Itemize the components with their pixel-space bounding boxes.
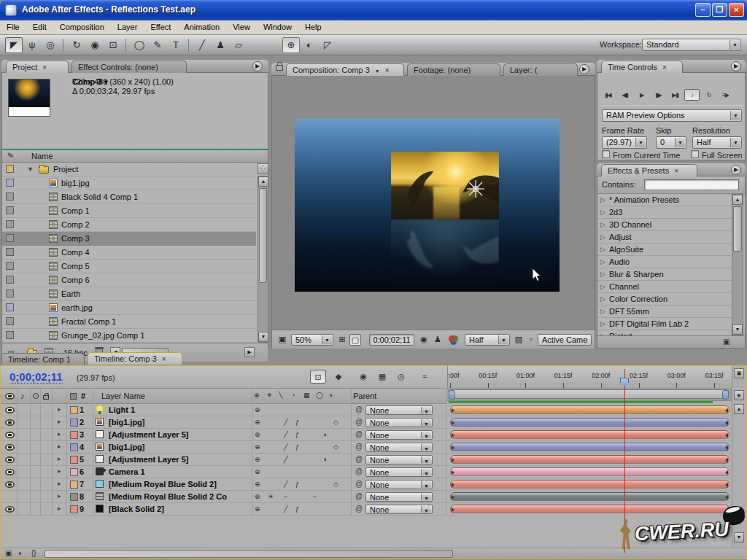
parent-dropdown[interactable]: None▼: [365, 455, 433, 464]
expand-arrow[interactable]: ▷: [600, 320, 605, 327]
project-item-comp-4[interactable]: Comp 4: [2, 246, 256, 260]
visibility-toggle[interactable]: [5, 469, 15, 475]
parent-pickwhip[interactable]: @: [355, 505, 363, 513]
visibility-toggle[interactable]: [5, 456, 15, 463]
always-preview-icon[interactable]: ▣: [276, 334, 288, 346]
visibility-toggle[interactable]: [5, 481, 15, 488]
out-point-handle[interactable]: [725, 433, 728, 438]
comp-marker-bin-icon[interactable]: ▣: [734, 368, 744, 378]
frame-rate-dropdown[interactable]: (29.97) ▼: [602, 136, 647, 149]
project-item-fractal-comp-1[interactable]: Fractal Comp 1: [2, 315, 256, 329]
tab-effects-presets[interactable]: Effects & Presets×: [601, 164, 697, 176]
visibility-toggle[interactable]: [5, 506, 15, 513]
shy-switch[interactable]: ⊕: [255, 468, 260, 475]
channels-icon[interactable]: [446, 334, 457, 346]
panel-menu-icon[interactable]: ▶: [731, 61, 741, 71]
expand-arrow[interactable]: ▷: [600, 295, 605, 303]
expand-arrow[interactable]: ▷: [600, 308, 605, 315]
flowchart-view-icon[interactable]: ⁛: [258, 163, 268, 174]
label-chip[interactable]: [6, 220, 14, 228]
clone-stamp-tool[interactable]: ♟: [212, 37, 229, 53]
audio-button[interactable]: ♪: [684, 89, 700, 101]
tab-project[interactable]: Project×: [6, 61, 69, 73]
label-chip[interactable]: [70, 468, 78, 476]
effect-category-dft-digital-film-lab-2[interactable]: ▷DFT Digital Film Lab 2: [597, 318, 732, 330]
tab-layer[interactable]: Layer: (: [503, 63, 578, 76]
pen-tool[interactable]: ✎: [149, 37, 166, 53]
effect-category-adjust[interactable]: ▷Adjust: [597, 231, 732, 244]
shy-switch[interactable]: ⊕: [255, 419, 260, 426]
layer-name[interactable]: [Black Solid 2]: [109, 505, 251, 513]
hand-tool[interactable]: ψ: [23, 37, 41, 53]
menu-edit[interactable]: Edit: [26, 20, 53, 35]
menu-view[interactable]: View: [226, 20, 257, 35]
pan-behind-tool[interactable]: ⊡: [104, 37, 122, 53]
out-point-handle[interactable]: [725, 446, 728, 450]
expand-arrow[interactable]: ▸: [58, 467, 61, 475]
parent-dropdown[interactable]: None▼: [365, 405, 433, 415]
parent-pickwhip[interactable]: @: [355, 405, 363, 413]
previous-frame-button[interactable]: ◀▮: [617, 90, 632, 101]
effect-category-dft-55mm[interactable]: ▷DFT 55mm: [597, 306, 732, 318]
skip-dropdown[interactable]: 0 ▼: [656, 136, 686, 149]
effects-switch[interactable]: ƒ: [295, 443, 299, 451]
shy-switch[interactable]: ⊕: [255, 456, 260, 463]
menu-file[interactable]: File: [0, 20, 26, 35]
tab-time-controls[interactable]: Time Controls×: [601, 61, 683, 73]
layer-bar-1[interactable]: [450, 405, 729, 414]
effect-category-audio[interactable]: ▷Audio: [597, 256, 732, 268]
timeline-horizontal-scrollbar[interactable]: [44, 550, 453, 558]
project-item-comp-2[interactable]: Comp 2: [2, 218, 256, 232]
view-axis-mode[interactable]: ◸: [319, 37, 336, 53]
from-current-time-checkbox[interactable]: [602, 150, 610, 158]
expand-arrow[interactable]: ▸: [58, 418, 61, 425]
layer-row-6[interactable]: ▸6Camera 1⊕@None▼: [1, 466, 447, 478]
type-tool[interactable]: T: [167, 37, 185, 53]
scroll-up-icon[interactable]: ▲: [258, 176, 268, 187]
brush-tool[interactable]: ╱: [193, 37, 211, 53]
scroll-down-icon[interactable]: ▼: [258, 332, 268, 342]
current-time-field[interactable]: 0;00;02;11: [9, 370, 63, 384]
effects-switch[interactable]: ƒ: [295, 431, 299, 438]
layer-row-4[interactable]: ▸4[big1.jpg]⊕╱ƒ◇@None▼: [1, 441, 447, 454]
close-icon[interactable]: ×: [385, 66, 390, 74]
layer-bar-2[interactable]: [450, 418, 729, 427]
expand-arrow[interactable]: ▷: [600, 209, 605, 216]
close-icon[interactable]: ×: [42, 63, 47, 71]
fr-blend-switch[interactable]: –: [284, 493, 287, 500]
frame-blend-toggle[interactable]: ▦: [374, 370, 390, 384]
workspace-dropdown[interactable]: Standard ▼: [642, 39, 741, 51]
menu-effect[interactable]: Effect: [144, 20, 177, 35]
expand-arrow[interactable]: ▷: [600, 271, 605, 278]
scroll-thumb[interactable]: [733, 206, 742, 252]
parent-dropdown[interactable]: None▼: [365, 430, 433, 440]
effect-category-channel[interactable]: ▷Channel: [597, 281, 732, 293]
eraser-tool[interactable]: ▱: [230, 37, 247, 53]
expand-arrow[interactable]: ▸: [58, 492, 61, 499]
ram-preview-button[interactable]: ≡▶: [718, 90, 733, 101]
caret-down-icon[interactable]: ▾: [104, 77, 108, 87]
effect-category-blur-sharpen[interactable]: ▷Blur & Sharpen: [597, 268, 732, 281]
parent-dropdown[interactable]: None▼: [365, 443, 433, 452]
parent-pickwhip[interactable]: @: [355, 467, 363, 475]
effects-column-icon[interactable]: ◔: [291, 392, 295, 399]
expand-arrow[interactable]: ▸: [58, 405, 61, 413]
label-chip[interactable]: [6, 248, 14, 256]
expand-arrow[interactable]: ▸: [58, 455, 61, 462]
quality-switch[interactable]: ╱: [284, 481, 287, 488]
collapse-column-icon[interactable]: ☀: [266, 392, 272, 399]
label-column-icon[interactable]: [70, 393, 77, 400]
expand-arrow[interactable]: ▸: [58, 480, 61, 487]
parent-dropdown[interactable]: None▼: [365, 467, 433, 477]
label-chip[interactable]: [6, 303, 14, 311]
parent-column-header[interactable]: Parent: [353, 392, 376, 400]
composition-canvas[interactable]: [295, 119, 560, 292]
scroll-right-icon[interactable]: ▶: [244, 347, 255, 357]
in-point-handle[interactable]: [452, 483, 454, 487]
layer-name[interactable]: Light 1: [109, 405, 251, 414]
effect-category-animation-presets[interactable]: ▷* Animation Presets: [597, 194, 732, 206]
safe-zones-icon[interactable]: ⊞: [336, 334, 348, 346]
selection-tool[interactable]: ◤: [5, 37, 23, 53]
expand-arrow[interactable]: ▸: [58, 505, 61, 512]
motion-blur-toggle[interactable]: ◎: [393, 370, 409, 384]
